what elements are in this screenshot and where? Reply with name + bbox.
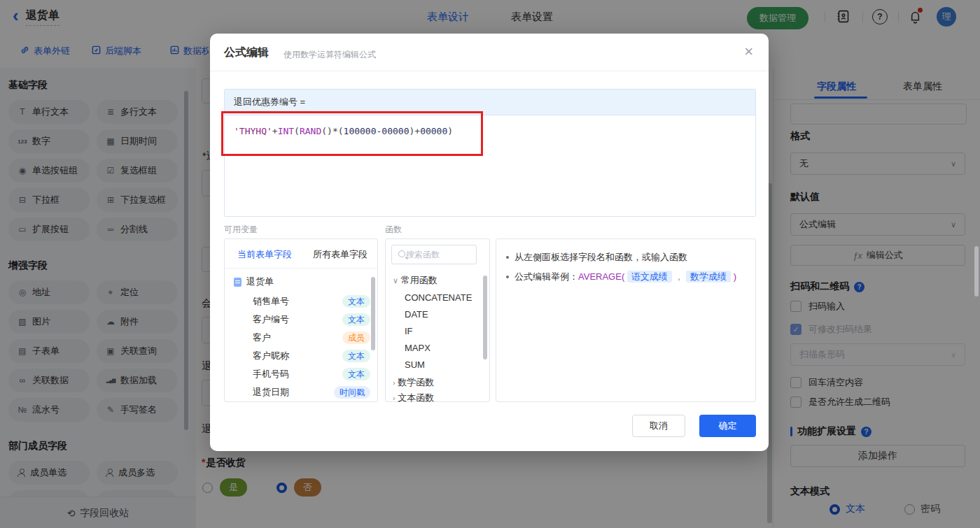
type-badge: 成员 <box>342 331 370 344</box>
chevron-closed-icon: › <box>393 394 396 402</box>
tree-root-row[interactable]: 退货单 <box>234 276 274 288</box>
type-badge: 文本 <box>342 368 370 380</box>
panel-scrollbar-thumb[interactable] <box>974 246 979 297</box>
annotation-red-rectangle <box>221 111 483 156</box>
cancel-button[interactable]: 取消 <box>632 415 685 437</box>
bullet <box>506 256 509 259</box>
chevron-open-icon: ∨ <box>393 276 398 285</box>
confirm-button[interactable]: 确定 <box>699 415 756 437</box>
type-badge: 文本 <box>342 295 370 308</box>
bullet <box>506 276 509 278</box>
tab-all-form-fields[interactable]: 所有表单字段 <box>313 248 368 261</box>
modal-title: 公式编辑 <box>224 45 269 60</box>
functions-scrollbar-thumb[interactable] <box>483 276 487 359</box>
function-group-text[interactable]: › 文本函数 <box>393 392 434 404</box>
divider <box>210 71 769 71</box>
search-icon <box>398 250 400 259</box>
example-func: AVERAGE( <box>578 271 624 282</box>
functions-label: 函数 <box>385 224 402 236</box>
variable-row[interactable]: 客户成员 <box>253 331 370 344</box>
modal-subtitle: 使用数学运算符编辑公式 <box>284 49 376 61</box>
function-group-math[interactable]: › 数学函数 <box>393 376 434 389</box>
divider <box>225 268 377 269</box>
function-group-common[interactable]: ∨ 常用函数 <box>393 274 438 287</box>
example-field-chip: 语文成绩 <box>627 271 672 283</box>
functions-panel: ∨ 常用函数 CONCATENATE DATE IF MAPX SUM › 数学… <box>385 238 490 402</box>
variables-scrollbar-thumb[interactable] <box>371 277 375 350</box>
function-item[interactable]: DATE <box>405 309 428 320</box>
function-item[interactable]: IF <box>405 326 413 336</box>
app-window: ‹ 退货单 表单设计 表单设置 数据管理 ? 理 表单外链 后端脚本 数据权限 … <box>0 0 980 528</box>
function-search-box[interactable] <box>391 245 477 264</box>
variable-row[interactable]: 手机号码文本 <box>253 368 370 380</box>
variables-label: 可用变量 <box>224 224 258 236</box>
tip-line: 公式编辑举例：AVERAGE( 语文成绩 ， 数学成绩 ) <box>506 270 746 284</box>
chevron-closed-icon: › <box>393 378 396 387</box>
function-item[interactable]: CONCATENATE <box>405 292 472 303</box>
form-doc-icon <box>234 278 241 287</box>
tab-current-form-fields[interactable]: 当前表单字段 <box>237 248 292 261</box>
variable-row[interactable]: 退货日期时间戳 <box>253 386 370 399</box>
type-badge: 文本 <box>342 350 370 362</box>
function-item[interactable]: SUM <box>405 359 425 370</box>
type-badge: 时间戳 <box>334 386 370 399</box>
example-field-chip: 数学成绩 <box>686 271 731 283</box>
formula-help-panel: 从左侧面板选择字段名和函数，或输入函数 公式编辑举例：AVERAGE( 语文成绩… <box>496 238 756 402</box>
function-item[interactable]: MAPX <box>405 343 430 353</box>
variable-row[interactable]: 客户编号文本 <box>253 313 370 326</box>
variable-row[interactable]: 客户昵称文本 <box>253 350 370 362</box>
type-badge: 文本 <box>342 313 370 326</box>
close-icon[interactable]: × <box>744 44 753 59</box>
formula-editor-modal: 公式编辑 使用数学运算符编辑公式 × 退回优惠券编号 = 'THYHQ'+INT… <box>210 34 769 451</box>
tip-line: 从左侧面板选择字段名和函数，或输入函数 <box>506 250 746 264</box>
variable-row[interactable]: 销售单号文本 <box>253 295 370 308</box>
search-input[interactable] <box>405 249 470 260</box>
variables-panel: 当前表单字段 所有表单字段 退货单 销售单号文本 客户编号文本 客户成员 客户昵… <box>224 238 378 402</box>
